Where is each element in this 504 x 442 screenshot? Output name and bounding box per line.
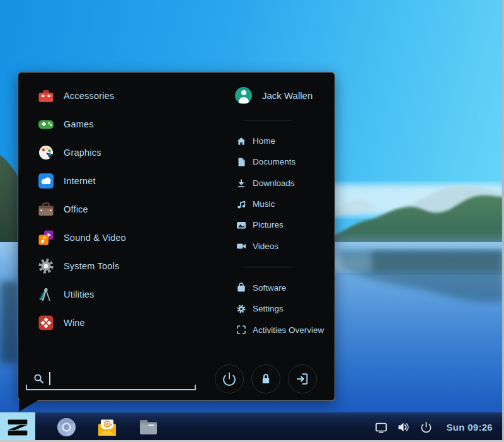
place-label: Documents <box>253 157 295 166</box>
settings-gear-icon <box>236 304 246 314</box>
category-label: Utilities <box>64 289 94 300</box>
category-games[interactable]: Games <box>37 110 195 138</box>
zorin-menu-button[interactable] <box>0 412 35 442</box>
category-label: Internet <box>64 176 96 186</box>
lock-icon <box>258 371 273 387</box>
mail-launcher[interactable] <box>97 417 117 438</box>
category-label: Graphics <box>64 148 101 158</box>
category-utilities[interactable]: Utilities <box>37 280 195 308</box>
files-launcher[interactable] <box>138 417 158 438</box>
logout-icon <box>295 371 310 387</box>
system-tray: Sun 09:26 <box>374 421 504 434</box>
system-label: Activities Overview <box>253 325 324 335</box>
places-panel: Jack Wallen Home Documents <box>235 81 329 340</box>
place-label: Downloads <box>253 178 295 188</box>
palette-icon <box>37 144 55 161</box>
place-label: Pictures <box>253 220 284 230</box>
power-button[interactable] <box>215 364 244 393</box>
place-label: Videos <box>253 241 278 251</box>
user-name: Jack Wallen <box>262 90 312 101</box>
system-settings[interactable]: Settings <box>235 298 329 319</box>
place-home[interactable]: Home <box>235 131 329 151</box>
user-account-button[interactable]: Jack Wallen <box>235 81 329 110</box>
download-icon <box>236 178 246 188</box>
software-bag-icon <box>236 282 246 293</box>
taskbar: Sun 09:26 <box>0 412 504 442</box>
category-label: Accessories <box>64 91 114 101</box>
session-buttons <box>215 364 317 393</box>
place-pictures[interactable]: Pictures <box>235 214 329 235</box>
gear-icon <box>37 257 55 275</box>
zorin-logo-icon <box>4 414 31 441</box>
logout-button[interactable] <box>288 364 317 393</box>
music-video-icon <box>37 229 55 247</box>
clock[interactable]: Sun 09:26 <box>446 422 493 433</box>
place-music[interactable]: Music <box>235 194 329 214</box>
category-internet[interactable]: Internet <box>37 166 195 195</box>
place-downloads[interactable]: Downloads <box>235 173 329 194</box>
gamepad-icon <box>37 115 55 133</box>
place-label: Home <box>253 136 275 146</box>
home-icon <box>236 136 246 146</box>
compass-icon <box>37 286 55 303</box>
desktop-screen: Accessories Games <box>0 0 504 442</box>
place-videos[interactable]: Videos <box>235 235 329 256</box>
category-system-tools[interactable]: System Tools <box>37 252 195 280</box>
document-icon <box>236 157 246 167</box>
category-graphics[interactable]: Graphics <box>37 138 195 166</box>
picture-icon <box>236 220 246 230</box>
system-label: Settings <box>253 304 284 313</box>
category-accessories[interactable]: Accessories <box>37 81 195 110</box>
volume-tray-icon[interactable] <box>397 421 410 434</box>
power-icon <box>222 371 237 387</box>
search-input[interactable] <box>26 368 196 390</box>
app-menu-popup: Accessories Games <box>18 72 335 401</box>
chromium-launcher[interactable] <box>56 417 76 438</box>
category-label: Office <box>64 204 88 214</box>
wine-diamonds-icon <box>37 314 55 332</box>
user-avatar <box>235 87 252 104</box>
folder-icon <box>139 419 158 436</box>
system-label: Software <box>253 283 286 293</box>
lock-button[interactable] <box>251 364 280 393</box>
menu-divider <box>244 120 292 120</box>
category-label: Games <box>64 119 94 129</box>
search-icon <box>33 373 44 384</box>
category-label: Wine <box>64 318 85 328</box>
briefcase-icon <box>37 201 55 218</box>
overview-corners-icon <box>236 325 246 335</box>
mail-icon <box>97 418 117 437</box>
video-camera-icon <box>236 241 246 251</box>
category-wine[interactable]: Wine <box>37 308 195 337</box>
category-label: Sound & Video <box>64 233 126 243</box>
category-label: System Tools <box>64 261 119 271</box>
category-list: Accessories Games <box>37 81 195 337</box>
display-settings-tray-icon[interactable] <box>374 421 387 434</box>
system-activities-overview[interactable]: Activities Overview <box>235 319 329 340</box>
menu-divider <box>244 267 292 267</box>
music-note-icon <box>236 199 246 209</box>
system-software[interactable]: Software <box>235 277 329 298</box>
cloud-icon <box>37 172 55 190</box>
place-label: Music <box>253 199 275 209</box>
chromium-icon <box>57 417 76 437</box>
category-sound-video[interactable]: Sound & Video <box>37 223 195 252</box>
power-tray-icon[interactable] <box>420 421 433 434</box>
category-office[interactable]: Office <box>37 195 195 223</box>
place-documents[interactable]: Documents <box>235 151 329 172</box>
text-caret <box>49 372 50 385</box>
toolbox-icon <box>37 87 55 105</box>
